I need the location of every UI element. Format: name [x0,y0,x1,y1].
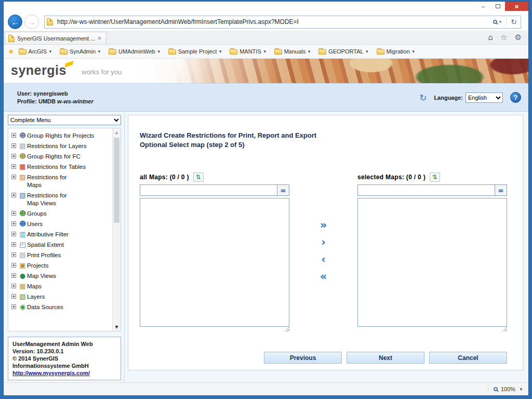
app-banner: synergis works for you [4,59,528,84]
favorite-geoportal[interactable]: GEOPORTAL▼ [318,48,369,55]
favorite-sample-project[interactable]: Sample Project▼ [168,48,223,55]
expand-icon[interactable] [11,143,16,148]
expand-icon[interactable] [11,232,16,236]
next-button[interactable]: Next [347,352,424,364]
scroll-down-icon[interactable]: ▾ [113,323,121,331]
move-right-icon[interactable]: › [321,236,326,248]
language-select[interactable]: English [466,92,503,103]
tree-item-restrictions-maps[interactable]: Restrictions for Maps [9,172,121,190]
search-icon[interactable] [493,20,497,24]
resize-grip-icon[interactable] [502,327,507,331]
back-button[interactable]: ← [8,15,22,29]
expand-icon[interactable] [11,175,16,179]
synergis-link[interactable]: http://www.mysynergis.com/ [12,370,90,376]
folder-icon [230,49,237,55]
expand-icon[interactable] [11,252,16,257]
menu-mode-select[interactable]: Complete Menu [8,115,121,125]
autocomplete-caret-icon[interactable]: ▾ [499,19,502,24]
selected-maps-column: selected Maps: (0 / 0 ) ⇅ ∞ [357,171,507,332]
address-input[interactable] [56,18,493,26]
find-icon[interactable]: ∞ [495,184,507,196]
favorite-umadminweb[interactable]: UMAdminWeb▼ [109,48,161,55]
tree-item-data-sources[interactable]: Data Sources [9,302,121,312]
tree-item-groups[interactable]: Groups [9,208,121,219]
mapview-lock-icon [18,191,27,199]
home-icon[interactable]: ⌂ [485,33,497,42]
favorites-star-icon[interactable]: ☆ [497,33,511,42]
reload-list-icon[interactable]: ⇅ [193,172,204,182]
tree-item-maps[interactable]: Maps [9,281,121,291]
selected-maps-search-input[interactable] [357,184,495,196]
expand-icon[interactable] [11,294,16,299]
tree-item-attributive-filter[interactable]: Attributive Filter [9,229,121,240]
tree-item-spatial-extent[interactable]: Spatial Extent [9,240,121,250]
expand-icon[interactable] [11,221,16,226]
tree-item-layers[interactable]: Layers [9,291,121,302]
close-button[interactable]: × [505,2,528,11]
favorite-manuals[interactable]: Manuals▼ [274,48,312,55]
find-icon[interactable]: ∞ [277,184,289,196]
expand-icon[interactable] [11,133,16,138]
map-lock-icon [18,173,27,181]
cancel-button[interactable]: Cancel [429,352,507,364]
chevron-down-icon: ▼ [365,49,369,54]
favorite-synadmin[interactable]: SynAdmin▼ [60,48,101,55]
sidebar-footer: UserManagement Admin Web Version: 10.230… [8,337,121,380]
status-bar: 100% ▼ [4,382,528,395]
expand-icon[interactable] [11,273,16,278]
tree-item-projects[interactable]: Projects [9,260,121,271]
resize-grip-icon[interactable] [285,327,289,331]
scroll-up-icon[interactable]: ▴ [113,128,121,137]
tree-item-users[interactable]: Users [9,219,121,229]
tree-item-restrictions-layers[interactable]: Restrictions for Layers [9,141,121,151]
reload-profile-icon[interactable]: ↻ [419,92,427,103]
tree-item-print-profiles[interactable]: Print Profiles [9,250,121,260]
sidebar: Complete Menu Group Rights for Projects … [4,112,124,382]
previous-button[interactable]: Previous [264,352,342,364]
chevron-down-icon: ▼ [157,49,161,54]
tab-synergis-usermanagement[interactable]: SynerGIS Usermanagement ... × [5,32,107,44]
add-favorite-star-icon[interactable]: ★ [8,47,15,56]
tree-item-group-rights-projects[interactable]: Group Rights for Projects [9,130,121,141]
tree-item-restrictions-tables[interactable]: Restrictions for Tables [9,162,121,172]
all-maps-search-input[interactable] [140,184,277,196]
minimize-button[interactable]: – [476,2,490,11]
favorite-arcgis[interactable]: ArcGIS▼ [19,48,52,55]
expand-icon[interactable] [11,304,16,309]
logo-swoosh-icon [65,61,74,68]
favorite-migration[interactable]: Migration▼ [377,48,416,55]
maximize-button[interactable] [490,2,505,11]
content-area: Wizard Create Restrictions for Print, Re… [124,112,528,382]
favorite-mantis[interactable]: MANTIS▼ [230,48,267,55]
folder-icon [318,49,326,55]
move-all-right-icon[interactable]: » [320,219,327,231]
settings-gear-icon[interactable]: ⚙ [511,33,525,42]
help-button[interactable]: ? [510,92,521,103]
expand-icon[interactable] [11,242,16,247]
expand-icon[interactable] [11,193,16,197]
project-tools-icon [18,261,27,269]
tree-item-restrictions-map-views[interactable]: Restrictions for Map Views [9,190,121,208]
tree-item-group-rights-fc[interactable]: Group Rights for FC [9,151,121,162]
tree-scrollbar[interactable]: ▴ ▾ [112,128,121,331]
reload-list-icon[interactable]: ⇅ [430,172,440,182]
expand-icon[interactable] [11,284,16,288]
expand-icon[interactable] [11,154,16,158]
move-left-icon[interactable]: ‹ [321,254,326,265]
address-box[interactable]: ▾ ↻ [44,16,521,29]
forward-button[interactable]: → [24,15,39,29]
zoom-control[interactable]: 100% ▼ [488,383,523,395]
tree-item-map-views[interactable]: Map Views [9,271,121,281]
expand-icon[interactable] [11,164,16,169]
all-maps-listbox[interactable] [140,198,289,327]
scrollbar-thumb[interactable] [114,138,119,223]
expand-icon[interactable] [11,211,16,216]
wizard-panel: Wizard Create Restrictions for Print, Re… [128,115,523,370]
tab-close-icon[interactable]: × [96,35,103,42]
wizard-subtitle: Optional Select map (step 2 of 5) [140,140,507,150]
chevron-down-icon: ▼ [411,49,416,54]
refresh-icon[interactable]: ↻ [509,18,518,26]
selected-maps-listbox[interactable] [357,198,507,327]
expand-icon[interactable] [11,263,16,268]
move-all-left-icon[interactable]: « [320,271,327,282]
